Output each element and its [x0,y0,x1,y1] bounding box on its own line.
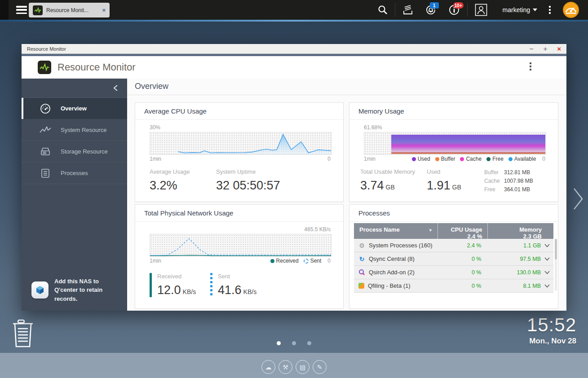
minimize-button[interactable]: − [530,45,534,52]
taskbar-divider [467,3,468,17]
taskbar-divider [395,3,395,17]
column-cpu-usage[interactable]: CPU Usage 2.4 % [438,223,487,239]
panel-average-cpu-usage: Average CPU Usage 30% [135,102,344,202]
x-left-label: 1min [150,258,161,264]
page-dot-3[interactable] [307,341,311,345]
app-tab-resource-monitor[interactable]: Resource Monit... × [29,3,110,18]
system-uptime-label: System Uptime [216,168,283,175]
clock-date: Mon., Nov 28 [527,337,576,346]
sent-label: Sent [218,273,256,280]
tools-icon[interactable]: ⚒ [279,360,292,374]
process-table-header: Process Name▾ CPU Usage 2.4 % Memory 2.3… [354,223,553,239]
background-tasks-button[interactable] [397,0,419,20]
sidebar-item-system-resource[interactable]: System Resource [22,119,127,141]
table-row[interactable]: ⚙ System Processes (160) 2.4 % 1.1 GB [354,239,553,252]
process-memory-cell: 130.0 MB [487,269,553,276]
taskbar-right: 1 10+ marketing [372,0,585,20]
panel-processes: Processes Process Name▾ CPU Usage 2.4 % [349,204,558,309]
sidebar-item-storage-resource[interactable]: Storage Resource [22,141,127,163]
memory-details: Buffer312.81 MB Cache1007.98 MB Free364.… [484,168,533,194]
sidebar-item-label: Overview [61,105,87,112]
qcenter-note: Add this NAS to Q'center to retain recor… [54,277,121,303]
legend-item-available: Available [508,156,536,162]
next-desktop-chevron-icon[interactable] [572,187,584,211]
sent-bar-icon [210,273,212,297]
used-memory-value: 1.91GB [427,179,484,193]
info-badge: 10+ [453,2,464,9]
dashboard-button[interactable] [557,0,585,20]
user-menu[interactable]: marketing [493,0,543,20]
page-dot-1[interactable] [277,341,281,345]
content-area: Overview Average CPU Usage 30% [127,79,566,311]
legend-item-used: Used [412,156,430,162]
manual-icon[interactable]: ▤ [296,360,309,374]
network-x-axis: 1min Received Sent 0 [150,258,331,264]
network-ymax-label: 465.5 KB/s [135,226,331,233]
main-menu-icon[interactable] [16,6,27,14]
process-memory-cell: 1.1 GB [487,242,553,249]
close-button[interactable]: × [557,45,561,52]
sent-dot-icon [304,259,309,264]
used-memory-label: Used [427,168,484,175]
process-cpu-cell: 0 % [438,283,487,289]
column-process-name[interactable]: Process Name▾ [354,223,438,239]
used-dot-icon [412,157,416,161]
clock-time: 15:52 [527,314,576,336]
process-name-cell: Qsirch Add-on (2) [354,269,438,276]
more-options-button[interactable] [543,0,557,20]
sidebar-item-processes[interactable]: Processes [22,163,127,184]
maximize-button[interactable]: + [543,45,547,52]
window-titlebar[interactable]: Resource Monitor − + × [22,44,566,54]
table-row[interactable]: Qfiling - Beta (1) 0 % 8.1 MB [354,279,553,293]
page-dot-2[interactable] [292,341,296,345]
expand-chevron-icon[interactable] [544,257,550,261]
x-left-label: 1min [150,156,161,162]
legend-item-sent: Sent [304,258,322,264]
cpu-chart-svg [150,132,331,154]
panel-title: Memory Usage [349,103,558,120]
system-info-button[interactable]: 10+ [442,0,466,20]
panel-title: Processes [349,205,558,222]
network-chart [150,234,332,257]
chevron-down-icon [533,9,537,11]
chevron-left-icon [113,84,118,92]
average-usage-label: Average Usage [150,168,216,175]
panel-network-usage: Total Physical Network Usage 465.5 KB/s … [135,204,344,309]
expand-chevron-icon[interactable] [544,271,550,274]
column-memory[interactable]: Memory 2.3 GB [487,223,553,239]
table-row[interactable]: Qsirch Add-on (2) 0 % 130.0 MB [354,266,553,279]
process-name-cell: Qfiling - Beta (1) [354,282,438,289]
window-body: Overview System Resource [22,79,566,311]
search-button[interactable] [372,0,393,20]
feedback-icon[interactable]: ✎ [313,360,327,374]
free-dot-icon [486,157,491,161]
desktop-page-dots [0,341,588,345]
cpu-chart [150,132,332,155]
expand-chevron-icon[interactable] [544,284,550,288]
table-row[interactable]: ↻ Qsync Central (8) 0 % 97.5 MB [354,252,553,266]
process-name-cell: ⚙ System Processes (160) [354,242,438,249]
app-options-icon[interactable] [530,62,531,70]
network-chart-svg [150,234,331,256]
qcenter-promo[interactable]: Add this NAS to Q'center to retain recor… [22,271,127,311]
cloud-icon[interactable]: ☁ [261,360,275,374]
sidebar: Overview System Resource [22,79,127,311]
notifications-button[interactable]: 1 [419,0,442,20]
process-app-icon: ↻ [358,255,365,262]
tab-close-icon[interactable]: × [102,7,106,13]
available-dot-icon [508,157,513,161]
sidebar-collapse-button[interactable] [22,79,127,98]
qcenter-cube-icon [31,281,49,299]
expand-chevron-icon[interactable] [544,244,550,247]
legend-item-received: Received [270,258,299,264]
memory-stats: Total Usable Memory 3.74GB Used 1.91GB B… [360,168,558,194]
cpu-ymax-label: 30% [150,124,343,131]
memory-ymax-label: 61.68% [364,124,558,131]
user-avatar[interactable] [469,0,493,20]
app-header: Resource Monitor [22,56,566,79]
dashboard-gauge-icon [562,1,579,18]
received-dot-icon [270,259,274,263]
sidebar-item-overview[interactable]: Overview [22,98,127,119]
table-scrollbar[interactable] [555,239,557,291]
panel-memory-usage: Memory Usage 61.68% 1min Used Buffer Cac… [349,102,558,202]
